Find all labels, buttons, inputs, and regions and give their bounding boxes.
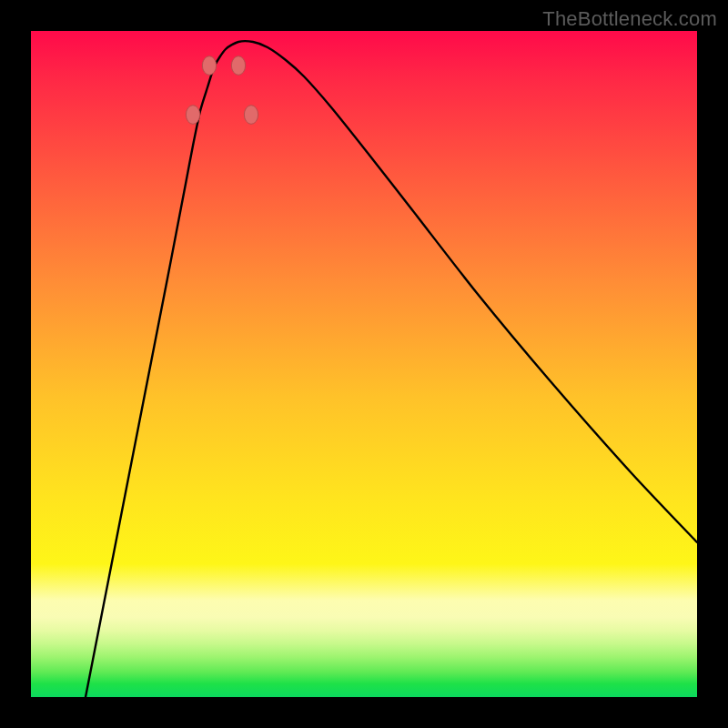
- marker-right-lower: [231, 56, 245, 76]
- marker-left-upper: [186, 106, 199, 125]
- chart-svg: [31, 31, 697, 697]
- bottleneck-curve: [86, 41, 697, 697]
- chart-frame: TheBottleneck.com: [0, 0, 728, 728]
- curve-markers: [186, 56, 258, 125]
- plot-area: [31, 31, 697, 697]
- marker-left-lower: [202, 56, 216, 76]
- watermark-text: TheBottleneck.com: [542, 7, 717, 31]
- marker-right-upper: [244, 106, 258, 125]
